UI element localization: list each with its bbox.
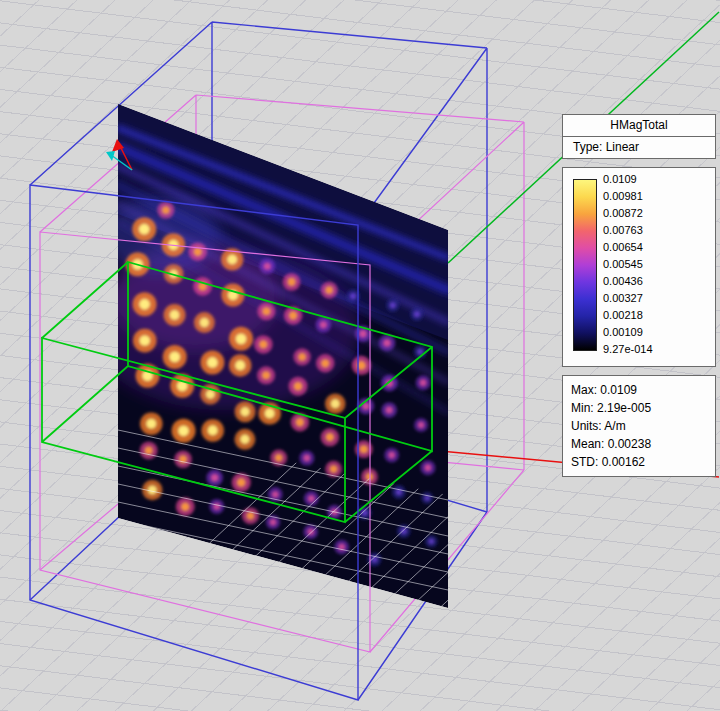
colorbar-tick-label: 0.00872 (603, 205, 653, 222)
colorbar-tick-label: 0.0109 (603, 171, 653, 188)
colorbar-tick-label: 0.00109 (603, 324, 653, 341)
legend-header[interactable]: HMagTotal Type: Linear (562, 114, 716, 159)
stat-line: Max: 0.0109 (571, 381, 715, 399)
stat-line: Units: A/m (571, 417, 715, 435)
stat-line: Mean: 0.00238 (571, 435, 715, 453)
colorbar-tick-label: 0.00981 (603, 188, 653, 205)
colorbar-tick-label: 0.00763 (603, 222, 653, 239)
colorbar-tick-label: 0.00654 (603, 239, 653, 256)
colorbar-gradient (573, 179, 597, 351)
stat-line: Min: 2.19e-005 (571, 399, 715, 417)
colorbar-tick-label: 0.00436 (603, 273, 653, 290)
colorbar-tick-label: 9.27e-014 (603, 341, 653, 358)
colorbar-tick-label: 0.00218 (603, 307, 653, 324)
legend-type-label: Type: Linear (563, 137, 715, 158)
plot-legend: HMagTotal Type: Linear 0.0109 0.00981 0.… (562, 114, 716, 485)
colorbar-tick-labels: 0.0109 0.00981 0.00872 0.00763 0.00654 0… (603, 171, 653, 358)
stat-line: STD: 0.00162 (571, 453, 715, 471)
colorbar-tick-label: 0.00327 (603, 290, 653, 307)
modeler-viewport[interactable]: HMagTotal Type: Linear 0.0109 0.00981 0.… (0, 0, 720, 711)
legend-stats[interactable]: Max: 0.0109 Min: 2.19e-005 Units: A/m Me… (562, 375, 716, 477)
legend-colorbar[interactable]: 0.0109 0.00981 0.00872 0.00763 0.00654 0… (562, 167, 716, 367)
legend-title: HMagTotal (563, 115, 715, 137)
colorbar-tick-label: 0.00545 (603, 256, 653, 273)
